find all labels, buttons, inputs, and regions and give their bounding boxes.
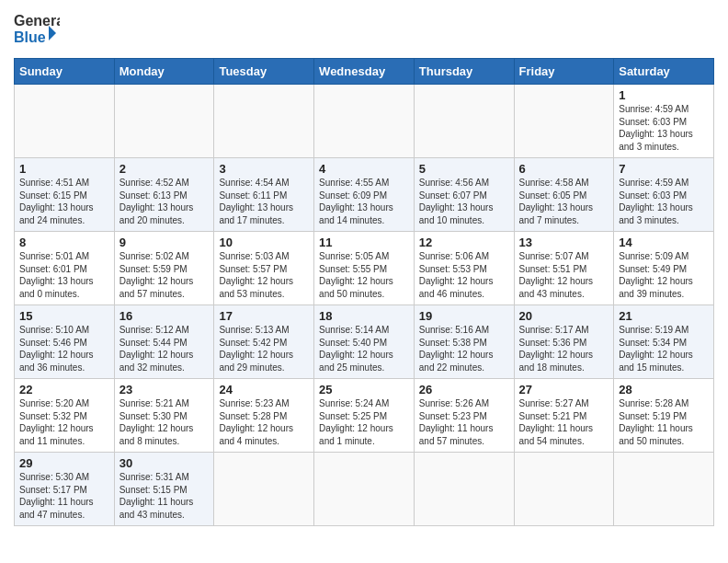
day-number: 8 bbox=[19, 236, 109, 249]
day-number: 27 bbox=[519, 383, 609, 396]
calendar-cell: 13Sunrise: 5:07 AM Sunset: 5:51 PM Dayli… bbox=[514, 232, 614, 305]
cell-info: Sunrise: 4:58 AM Sunset: 6:05 PM Dayligh… bbox=[519, 177, 609, 226]
day-header-monday: Monday bbox=[114, 59, 214, 85]
week-row-2: 8Sunrise: 5:01 AM Sunset: 6:01 PM Daylig… bbox=[15, 232, 714, 305]
day-number: 17 bbox=[219, 309, 309, 323]
svg-text:General: General bbox=[14, 13, 60, 29]
calendar-cell: 20Sunrise: 5:17 AM Sunset: 5:36 PM Dayli… bbox=[514, 305, 614, 379]
day-number: 22 bbox=[19, 383, 109, 396]
day-header-tuesday: Tuesday bbox=[214, 59, 314, 85]
day-number: 5 bbox=[419, 162, 509, 176]
page-container: GeneralBlue SundayMondayTuesdayWednesday… bbox=[0, 0, 728, 540]
cell-info: Sunrise: 5:17 AM Sunset: 5:36 PM Dayligh… bbox=[519, 324, 609, 373]
calendar-cell: 3Sunrise: 4:54 AM Sunset: 6:11 PM Daylig… bbox=[214, 158, 314, 232]
logo: GeneralBlue bbox=[14, 9, 60, 51]
cell-info: Sunrise: 5:10 AM Sunset: 5:46 PM Dayligh… bbox=[19, 324, 109, 373]
calendar-cell: 1Sunrise: 4:59 AM Sunset: 6:03 PM Daylig… bbox=[614, 85, 714, 158]
calendar-cell: 12Sunrise: 5:06 AM Sunset: 5:53 PM Dayli… bbox=[414, 232, 514, 305]
calendar-cell bbox=[314, 453, 415, 526]
calendar-cell bbox=[414, 453, 514, 526]
calendar-cell: 1Sunrise: 4:51 AM Sunset: 6:15 PM Daylig… bbox=[15, 158, 115, 232]
calendar-cell bbox=[614, 453, 714, 526]
day-number: 9 bbox=[119, 236, 210, 249]
cell-info: Sunrise: 5:07 AM Sunset: 5:51 PM Dayligh… bbox=[519, 250, 609, 300]
header-row: SundayMondayTuesdayWednesdayThursdayFrid… bbox=[15, 59, 714, 85]
calendar-cell: 5Sunrise: 4:56 AM Sunset: 6:07 PM Daylig… bbox=[414, 158, 514, 232]
cell-info: Sunrise: 5:02 AM Sunset: 5:59 PM Dayligh… bbox=[119, 250, 210, 300]
week-row-0: 1Sunrise: 4:59 AM Sunset: 6:03 PM Daylig… bbox=[15, 85, 714, 158]
day-number: 18 bbox=[319, 309, 409, 323]
logo-icon: GeneralBlue bbox=[14, 9, 60, 51]
cell-info: Sunrise: 5:01 AM Sunset: 6:01 PM Dayligh… bbox=[19, 250, 109, 300]
day-number: 24 bbox=[219, 383, 309, 396]
week-row-3: 15Sunrise: 5:10 AM Sunset: 5:46 PM Dayli… bbox=[15, 305, 714, 379]
day-number: 6 bbox=[519, 162, 609, 176]
day-number: 10 bbox=[219, 236, 309, 249]
calendar-table: SundayMondayTuesdayWednesdayThursdayFrid… bbox=[14, 58, 714, 526]
calendar-cell: 25Sunrise: 5:24 AM Sunset: 5:25 PM Dayli… bbox=[314, 379, 415, 453]
day-number: 4 bbox=[319, 162, 409, 176]
cell-info: Sunrise: 5:28 AM Sunset: 5:19 PM Dayligh… bbox=[619, 397, 709, 447]
day-number: 11 bbox=[319, 236, 409, 249]
day-number: 30 bbox=[119, 456, 210, 470]
calendar-cell: 2Sunrise: 4:52 AM Sunset: 6:13 PM Daylig… bbox=[114, 158, 214, 232]
day-number: 19 bbox=[419, 309, 509, 323]
calendar-cell: 24Sunrise: 5:23 AM Sunset: 5:28 PM Dayli… bbox=[214, 379, 314, 453]
day-number: 20 bbox=[519, 309, 609, 323]
calendar-cell: 27Sunrise: 5:27 AM Sunset: 5:21 PM Dayli… bbox=[514, 379, 614, 453]
calendar-cell: 26Sunrise: 5:26 AM Sunset: 5:23 PM Dayli… bbox=[414, 379, 514, 453]
day-header-thursday: Thursday bbox=[414, 59, 514, 85]
day-number: 28 bbox=[619, 383, 709, 396]
day-number: 23 bbox=[119, 383, 210, 396]
week-row-4: 22Sunrise: 5:20 AM Sunset: 5:32 PM Dayli… bbox=[15, 379, 714, 453]
calendar-cell bbox=[214, 453, 314, 526]
day-number: 25 bbox=[319, 383, 409, 396]
cell-info: Sunrise: 5:16 AM Sunset: 5:38 PM Dayligh… bbox=[419, 324, 509, 373]
cell-info: Sunrise: 5:06 AM Sunset: 5:53 PM Dayligh… bbox=[419, 250, 509, 300]
calendar-cell: 21Sunrise: 5:19 AM Sunset: 5:34 PM Dayli… bbox=[614, 305, 714, 379]
cell-info: Sunrise: 4:56 AM Sunset: 6:07 PM Dayligh… bbox=[419, 177, 509, 226]
cell-info: Sunrise: 5:31 AM Sunset: 5:15 PM Dayligh… bbox=[119, 471, 210, 521]
calendar-cell bbox=[514, 85, 614, 158]
calendar-cell: 10Sunrise: 5:03 AM Sunset: 5:57 PM Dayli… bbox=[214, 232, 314, 305]
day-number: 26 bbox=[419, 383, 509, 396]
header: GeneralBlue bbox=[14, 9, 714, 51]
cell-info: Sunrise: 4:55 AM Sunset: 6:09 PM Dayligh… bbox=[319, 177, 409, 226]
cell-info: Sunrise: 5:12 AM Sunset: 5:44 PM Dayligh… bbox=[119, 324, 210, 373]
calendar-cell: 9Sunrise: 5:02 AM Sunset: 5:59 PM Daylig… bbox=[114, 232, 214, 305]
cell-info: Sunrise: 5:09 AM Sunset: 5:49 PM Dayligh… bbox=[619, 250, 709, 300]
day-header-sunday: Sunday bbox=[15, 59, 115, 85]
week-row-5: 29Sunrise: 5:30 AM Sunset: 5:17 PM Dayli… bbox=[15, 453, 714, 526]
svg-text:Blue: Blue bbox=[14, 29, 46, 45]
calendar-cell: 6Sunrise: 4:58 AM Sunset: 6:05 PM Daylig… bbox=[514, 158, 614, 232]
calendar-cell bbox=[314, 85, 415, 158]
day-number: 3 bbox=[219, 162, 309, 176]
cell-info: Sunrise: 5:05 AM Sunset: 5:55 PM Dayligh… bbox=[319, 250, 409, 300]
cell-info: Sunrise: 5:23 AM Sunset: 5:28 PM Dayligh… bbox=[219, 397, 309, 447]
cell-info: Sunrise: 5:20 AM Sunset: 5:32 PM Dayligh… bbox=[19, 397, 109, 447]
calendar-cell: 17Sunrise: 5:13 AM Sunset: 5:42 PM Dayli… bbox=[214, 305, 314, 379]
day-number: 15 bbox=[19, 309, 109, 323]
cell-info: Sunrise: 5:24 AM Sunset: 5:25 PM Dayligh… bbox=[319, 397, 409, 447]
day-number: 29 bbox=[19, 456, 109, 470]
calendar-cell: 23Sunrise: 5:21 AM Sunset: 5:30 PM Dayli… bbox=[114, 379, 214, 453]
day-number: 13 bbox=[519, 236, 609, 249]
calendar-cell: 14Sunrise: 5:09 AM Sunset: 5:49 PM Dayli… bbox=[614, 232, 714, 305]
cell-info: Sunrise: 5:30 AM Sunset: 5:17 PM Dayligh… bbox=[19, 471, 109, 521]
calendar-cell: 28Sunrise: 5:28 AM Sunset: 5:19 PM Dayli… bbox=[614, 379, 714, 453]
calendar-cell: 16Sunrise: 5:12 AM Sunset: 5:44 PM Dayli… bbox=[114, 305, 214, 379]
cell-info: Sunrise: 4:54 AM Sunset: 6:11 PM Dayligh… bbox=[219, 177, 309, 226]
cell-info: Sunrise: 5:27 AM Sunset: 5:21 PM Dayligh… bbox=[519, 397, 609, 447]
calendar-cell bbox=[214, 85, 314, 158]
day-number: 12 bbox=[419, 236, 509, 249]
calendar-cell: 18Sunrise: 5:14 AM Sunset: 5:40 PM Dayli… bbox=[314, 305, 415, 379]
calendar-cell: 30Sunrise: 5:31 AM Sunset: 5:15 PM Dayli… bbox=[114, 453, 214, 526]
cell-info: Sunrise: 5:13 AM Sunset: 5:42 PM Dayligh… bbox=[219, 324, 309, 373]
calendar-cell bbox=[114, 85, 214, 158]
calendar-cell: 22Sunrise: 5:20 AM Sunset: 5:32 PM Dayli… bbox=[15, 379, 115, 453]
calendar-cell bbox=[414, 85, 514, 158]
day-number: 16 bbox=[119, 309, 210, 323]
calendar-cell: 15Sunrise: 5:10 AM Sunset: 5:46 PM Dayli… bbox=[15, 305, 115, 379]
cell-info: Sunrise: 4:52 AM Sunset: 6:13 PM Dayligh… bbox=[119, 177, 210, 226]
week-row-1: 1Sunrise: 4:51 AM Sunset: 6:15 PM Daylig… bbox=[15, 158, 714, 232]
